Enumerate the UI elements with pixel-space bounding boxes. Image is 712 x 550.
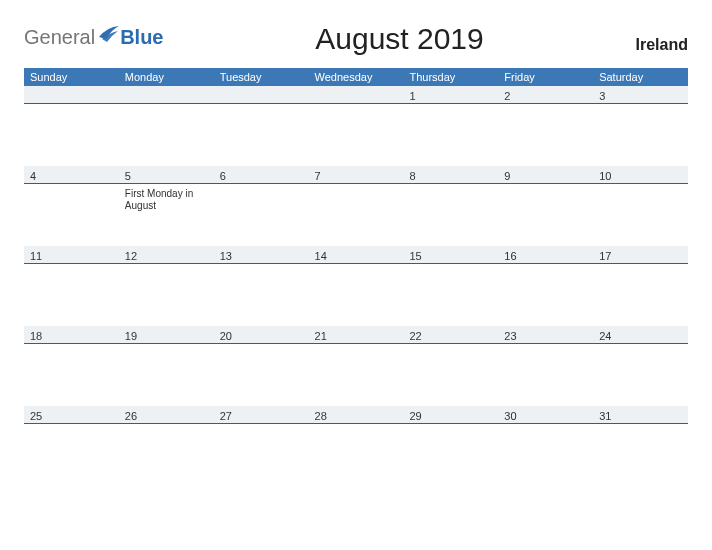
row-divider bbox=[403, 423, 498, 424]
row-divider bbox=[214, 263, 309, 264]
calendar-row: 25262728293031 bbox=[24, 406, 688, 486]
calendar-cell bbox=[119, 86, 214, 166]
day-number: 2 bbox=[504, 90, 587, 102]
calendar-cell: 13 bbox=[214, 246, 309, 326]
calendar-cell: 25 bbox=[24, 406, 119, 486]
row-divider bbox=[119, 263, 214, 264]
row-divider bbox=[593, 423, 688, 424]
day-number: 20 bbox=[220, 330, 303, 342]
row-divider bbox=[309, 183, 404, 184]
country-label: Ireland bbox=[636, 36, 688, 54]
calendar-row: 18192021222324 bbox=[24, 326, 688, 406]
day-number: 13 bbox=[220, 250, 303, 262]
calendar-row: 45First Monday in August678910 bbox=[24, 166, 688, 246]
row-divider bbox=[214, 343, 309, 344]
row-divider bbox=[498, 343, 593, 344]
calendar-cell: 4 bbox=[24, 166, 119, 246]
header: General Blue August 2019 Ireland bbox=[24, 20, 688, 56]
brand-swoosh-icon bbox=[98, 25, 120, 48]
row-divider bbox=[498, 183, 593, 184]
day-number: 26 bbox=[125, 410, 208, 422]
day-number: 12 bbox=[125, 250, 208, 262]
row-divider bbox=[24, 423, 119, 424]
calendar-title: August 2019 bbox=[315, 22, 483, 56]
day-number: 19 bbox=[125, 330, 208, 342]
calendar-cell: 30 bbox=[498, 406, 593, 486]
day-number: 25 bbox=[30, 410, 113, 422]
row-divider bbox=[498, 263, 593, 264]
calendar-cell: 29 bbox=[403, 406, 498, 486]
day-number: 15 bbox=[409, 250, 492, 262]
row-divider bbox=[309, 263, 404, 264]
calendar-cell: 1 bbox=[403, 86, 498, 166]
weekday-fri: Friday bbox=[498, 68, 593, 86]
day-number: 17 bbox=[599, 250, 682, 262]
calendar-cell: 9 bbox=[498, 166, 593, 246]
day-number: 6 bbox=[220, 170, 303, 182]
row-divider bbox=[119, 183, 214, 184]
calendar-cell: 16 bbox=[498, 246, 593, 326]
row-divider bbox=[498, 103, 593, 104]
day-band bbox=[24, 86, 119, 103]
row-divider bbox=[593, 103, 688, 104]
day-band bbox=[119, 86, 214, 103]
calendar-cell: 27 bbox=[214, 406, 309, 486]
calendar-cell: 21 bbox=[309, 326, 404, 406]
row-divider bbox=[498, 423, 593, 424]
row-divider bbox=[24, 263, 119, 264]
calendar-cell: 5First Monday in August bbox=[119, 166, 214, 246]
day-number: 4 bbox=[30, 170, 113, 182]
row-divider bbox=[309, 343, 404, 344]
calendar-grid: 12345First Monday in August6789101112131… bbox=[24, 86, 688, 486]
event-label: First Monday in August bbox=[125, 188, 208, 212]
day-number: 24 bbox=[599, 330, 682, 342]
calendar-cell: 6 bbox=[214, 166, 309, 246]
calendar-row: 123 bbox=[24, 86, 688, 166]
weekday-sun: Sunday bbox=[24, 68, 119, 86]
row-divider bbox=[403, 343, 498, 344]
row-divider bbox=[119, 103, 214, 104]
row-divider bbox=[403, 183, 498, 184]
calendar-cell: 24 bbox=[593, 326, 688, 406]
day-number: 30 bbox=[504, 410, 587, 422]
row-divider bbox=[214, 423, 309, 424]
row-divider bbox=[403, 103, 498, 104]
day-number: 3 bbox=[599, 90, 682, 102]
calendar-cell: 18 bbox=[24, 326, 119, 406]
day-band bbox=[214, 86, 309, 103]
day-number: 21 bbox=[315, 330, 398, 342]
calendar-cell: 26 bbox=[119, 406, 214, 486]
day-number: 7 bbox=[315, 170, 398, 182]
weekday-tue: Tuesday bbox=[214, 68, 309, 86]
calendar-cell: 20 bbox=[214, 326, 309, 406]
day-number: 29 bbox=[409, 410, 492, 422]
weekday-mon: Monday bbox=[119, 68, 214, 86]
calendar-row: 11121314151617 bbox=[24, 246, 688, 326]
day-number: 5 bbox=[125, 170, 208, 182]
calendar-cell: 28 bbox=[309, 406, 404, 486]
day-number: 22 bbox=[409, 330, 492, 342]
row-divider bbox=[403, 263, 498, 264]
brand-logo: General Blue bbox=[24, 26, 164, 49]
row-divider bbox=[24, 343, 119, 344]
row-divider bbox=[593, 343, 688, 344]
row-divider bbox=[214, 103, 309, 104]
calendar-cell: 10 bbox=[593, 166, 688, 246]
brand-general: General bbox=[24, 26, 95, 49]
day-number: 1 bbox=[409, 90, 492, 102]
calendar-cell: 19 bbox=[119, 326, 214, 406]
calendar-cell: 23 bbox=[498, 326, 593, 406]
weekday-header: Sunday Monday Tuesday Wednesday Thursday… bbox=[24, 68, 688, 86]
calendar-cell: 11 bbox=[24, 246, 119, 326]
calendar-cell: 14 bbox=[309, 246, 404, 326]
day-number: 23 bbox=[504, 330, 587, 342]
calendar-cell: 31 bbox=[593, 406, 688, 486]
calendar-cell: 3 bbox=[593, 86, 688, 166]
day-number: 16 bbox=[504, 250, 587, 262]
weekday-sat: Saturday bbox=[593, 68, 688, 86]
calendar-cell bbox=[214, 86, 309, 166]
row-divider bbox=[309, 423, 404, 424]
calendar-cell: 17 bbox=[593, 246, 688, 326]
weekday-wed: Wednesday bbox=[309, 68, 404, 86]
day-number: 14 bbox=[315, 250, 398, 262]
